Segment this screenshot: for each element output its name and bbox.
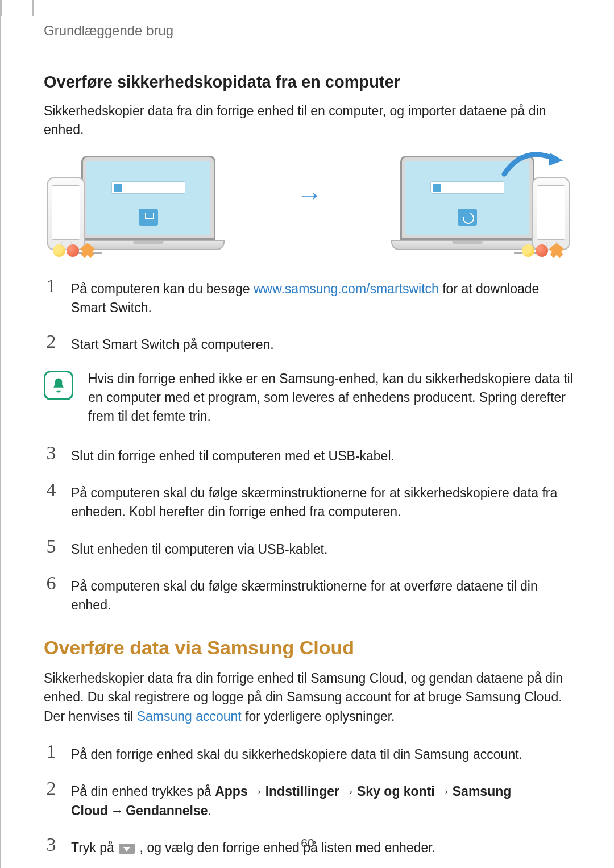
- steps-list-1: 1 På computeren kan du besøge www.samsun…: [44, 276, 573, 615]
- nav-path-segment: Gendannelse: [126, 803, 208, 818]
- transfer-diagram: →: [44, 156, 573, 250]
- step-text: På computeren skal du følge skærminstruk…: [71, 574, 573, 615]
- old-phone-icon: [47, 177, 85, 250]
- diagram-backup-group: [47, 156, 215, 250]
- step-text: Slut enheden til computeren via USB-kabl…: [71, 537, 327, 559]
- data-dot-icon: [536, 244, 548, 257]
- nav-path-segment: Sky og konti: [357, 784, 435, 799]
- page-number: 60: [1, 836, 614, 850]
- arrow-icon: →: [437, 784, 450, 799]
- arrow-right-icon: →: [297, 179, 323, 210]
- step-number: 5: [44, 537, 59, 556]
- step-number: 6: [44, 574, 59, 593]
- step-item: 6 På computeren skal du følge skærminstr…: [44, 574, 573, 615]
- diagram-restore-group: [404, 156, 570, 250]
- data-dot-icon: [67, 244, 79, 257]
- step-text: På computeren skal du følge skærminstruk…: [71, 480, 573, 522]
- text-fragment: På computeren kan du besøge: [71, 281, 254, 296]
- step-item: 1 På computeren kan du besøge www.samsun…: [44, 276, 573, 318]
- step-item: 5 Slut enheden til computeren via USB-ka…: [44, 537, 573, 559]
- step-item: 3 Slut din forrige enhed til computeren …: [44, 443, 573, 466]
- note-bell-icon: [44, 371, 73, 400]
- arrow-icon: →: [342, 784, 355, 799]
- step-text: På din enhed trykkes på Apps→Indstilling…: [71, 779, 573, 820]
- nav-path-segment: Indstillinger: [265, 784, 339, 799]
- section2-heading: Overføre data via Samsung Cloud: [44, 637, 573, 659]
- data-dot-icon: [522, 244, 534, 257]
- breadcrumb: Grundlæggende brug: [44, 23, 573, 39]
- text-fragment: for yderligere oplysninger.: [242, 709, 395, 724]
- step-number: 3: [44, 443, 59, 463]
- step-number: 4: [44, 480, 59, 500]
- samsung-account-link[interactable]: Samsung account: [137, 709, 242, 724]
- step-item: 2 På din enhed trykkes på Apps→Indstilli…: [44, 779, 573, 820]
- nav-path-segment: Apps: [215, 784, 248, 799]
- section1-intro: Sikkerhedskopier data fra din forrige en…: [44, 102, 573, 140]
- step-text: På den forrige enhed skal du sikkerhedsk…: [71, 742, 522, 764]
- data-flower-icon: [80, 243, 95, 258]
- swoosh-arrow-icon: [501, 149, 567, 177]
- laptop-backup-icon: [81, 156, 215, 250]
- step-number: 2: [44, 779, 59, 798]
- arrow-icon: →: [250, 784, 263, 799]
- note-text: Hvis din forrige enhed ikke er en Samsun…: [88, 369, 573, 426]
- new-phone-icon: [532, 177, 570, 250]
- data-dot-icon: [53, 244, 65, 257]
- step-text: På computeren kan du besøge www.samsung.…: [71, 276, 573, 318]
- text-fragment: På din enhed trykkes på: [71, 784, 215, 799]
- step-item: 4 På computeren skal du følge skærminstr…: [44, 480, 573, 522]
- section2-intro: Sikkerhedskopier data fra din forrige en…: [44, 669, 573, 726]
- step-text: Slut din forrige enhed til computeren me…: [71, 443, 395, 466]
- step-text: Start Smart Switch på computeren.: [71, 332, 274, 354]
- note-box: Hvis din forrige enhed ikke er en Samsun…: [44, 369, 573, 426]
- laptop-restore-icon: [400, 156, 534, 250]
- step-number: 1: [44, 276, 59, 296]
- data-flower-icon: [549, 243, 564, 258]
- smartswitch-link[interactable]: www.samsung.com/smartswitch: [254, 281, 439, 296]
- step-number: 2: [44, 332, 59, 351]
- section1-heading: Overføre sikkerhedskopidata fra en compu…: [44, 73, 573, 92]
- arrow-icon: →: [110, 803, 123, 818]
- step-number: 1: [44, 742, 59, 761]
- step-item: 2 Start Smart Switch på computeren.: [44, 332, 573, 354]
- step-item: 1 På den forrige enhed skal du sikkerhed…: [44, 742, 573, 764]
